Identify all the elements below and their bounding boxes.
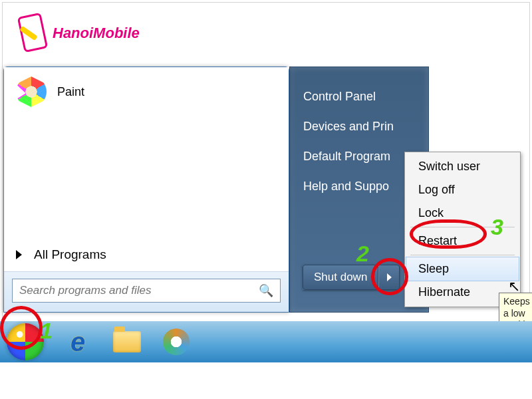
search-box[interactable]: 🔍 <box>12 279 281 303</box>
rp-devices-printers[interactable]: Devices and Prin <box>303 112 428 142</box>
fly-switch-user[interactable]: Switch user <box>406 155 519 178</box>
search-input[interactable] <box>19 284 259 297</box>
watermark-logo: HanoiMobile <box>17 13 140 53</box>
annotation-num-3: 3 <box>491 214 503 240</box>
paint-icon <box>16 76 47 107</box>
start-menu: Paint All Programs 🔍 <box>3 66 289 313</box>
all-programs[interactable]: All Programs <box>4 238 289 271</box>
taskbar-ie[interactable]: e <box>63 327 93 357</box>
phone-wrench-icon <box>17 13 49 53</box>
shutdown-split-button: Shut down <box>303 265 400 290</box>
media-player-icon <box>163 329 190 355</box>
folder-icon <box>113 331 141 352</box>
taskbar: e <box>0 321 532 362</box>
annotation-num-2: 2 <box>356 241 369 267</box>
search-row: 🔍 <box>4 271 289 312</box>
watermark-text: HanoiMobile <box>53 25 140 42</box>
triangle-right-icon <box>16 250 22 259</box>
fly-sleep[interactable]: Sleep <box>406 257 519 281</box>
taskbar-explorer[interactable] <box>112 327 142 357</box>
annotation-num-1: 1 <box>40 318 53 344</box>
program-paint[interactable]: Paint <box>4 67 289 116</box>
menu-separator <box>410 255 515 255</box>
triangle-right-small-icon <box>387 273 392 281</box>
all-programs-label: All Programs <box>34 247 106 262</box>
rp-control-panel[interactable]: Control Panel <box>303 82 428 112</box>
shutdown-options-arrow[interactable] <box>378 265 400 290</box>
search-icon[interactable]: 🔍 <box>259 283 273 298</box>
fly-log-off[interactable]: Log off <box>406 178 519 201</box>
ie-icon: e <box>70 327 85 357</box>
program-label: Paint <box>57 85 84 99</box>
shutdown-label: Shut down <box>314 271 367 284</box>
shutdown-button[interactable]: Shut down <box>303 265 378 290</box>
start-button[interactable] <box>7 323 44 360</box>
taskbar-wmp[interactable] <box>161 327 192 357</box>
